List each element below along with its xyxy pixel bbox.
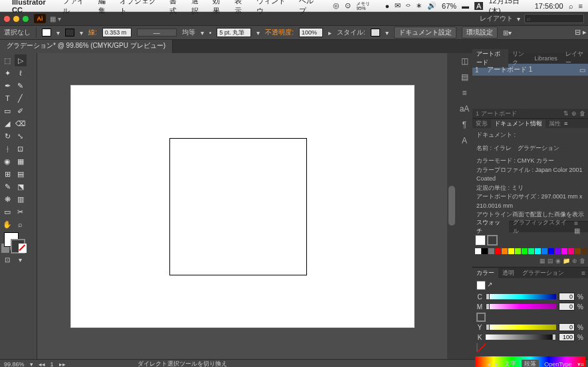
panel-icon[interactable]: ≡ bbox=[459, 88, 470, 98]
stroke-width-input[interactable] bbox=[102, 28, 132, 37]
stroke-profile[interactable]: — bbox=[137, 29, 177, 37]
screen-mode-row[interactable]: ⊡▾ bbox=[1, 256, 27, 265]
scale-tool[interactable]: ⤡ bbox=[15, 130, 27, 142]
menu-object[interactable]: オブジェクト bbox=[120, 0, 161, 16]
tab-color[interactable]: カラー bbox=[472, 268, 498, 278]
dropdown-icon[interactable]: ▸ bbox=[328, 29, 332, 37]
panel-menu-icon[interactable]: ≡ bbox=[581, 269, 585, 277]
pen-tool[interactable]: ✒ bbox=[1, 80, 14, 92]
dropdown-icon[interactable]: ▾ bbox=[56, 29, 60, 37]
stroke-label[interactable]: 線: bbox=[88, 28, 97, 37]
menu-file[interactable]: ファイル bbox=[62, 0, 90, 16]
swatch-chip[interactable] bbox=[522, 248, 528, 254]
artboard-nav[interactable]: 1 bbox=[50, 361, 54, 368]
delete-icon[interactable]: 🗑 bbox=[579, 110, 585, 117]
menu-edit[interactable]: 編集 bbox=[98, 0, 112, 16]
k-input[interactable] bbox=[559, 333, 575, 341]
c-slider[interactable] bbox=[486, 294, 556, 299]
swatch-chip[interactable] bbox=[561, 248, 567, 254]
battery-icon[interactable]: ▬ bbox=[462, 2, 469, 10]
brush-input[interactable] bbox=[217, 28, 251, 37]
swatch-delete-icon[interactable]: 🗑 bbox=[579, 257, 585, 264]
type-tool[interactable]: T bbox=[1, 92, 14, 104]
swatch-chip[interactable] bbox=[541, 248, 547, 254]
swatch-chip[interactable] bbox=[508, 248, 514, 254]
magic-wand-tool[interactable]: ✦ bbox=[1, 67, 14, 79]
tab-graphicstyles[interactable]: グラフィックスタイル bbox=[509, 218, 574, 236]
tab-docinfo[interactable]: ドキュメント情報 bbox=[491, 119, 545, 128]
zoom-dropdown-icon[interactable]: ▾ bbox=[30, 361, 33, 368]
swatch-new-group-icon[interactable]: 📁 bbox=[563, 257, 570, 264]
c-input[interactable] bbox=[559, 293, 575, 301]
document-tab[interactable]: グラデーション* @ 99.86% (CMYK/GPU プレビュー) bbox=[0, 40, 173, 53]
brush-tool[interactable]: ✐ bbox=[15, 105, 27, 117]
stroke-preview[interactable] bbox=[476, 313, 486, 322]
paragraph-panel-icon[interactable]: ¶ bbox=[459, 119, 470, 130]
panel-icon[interactable]: ▤ bbox=[459, 72, 470, 82]
none-swatch[interactable] bbox=[476, 343, 478, 352]
tab-gradient[interactable]: グラデーション bbox=[518, 268, 568, 278]
mail-icon[interactable]: ✉ bbox=[395, 1, 401, 10]
align-icon[interactable]: ⊞▾ bbox=[503, 29, 512, 37]
zoom-tool[interactable]: ⌕ bbox=[15, 218, 27, 230]
swatch-chip[interactable] bbox=[575, 248, 581, 254]
menu-select[interactable]: 選択 bbox=[191, 0, 205, 16]
nav-next-icon[interactable]: ▸▸ bbox=[59, 361, 66, 368]
width-tool[interactable]: ⟊ bbox=[1, 143, 14, 155]
swatch-new-icon[interactable]: ⊕ bbox=[572, 257, 577, 264]
free-transform-tool[interactable]: ⊡ bbox=[15, 143, 27, 155]
collapse-icon[interactable]: ⊟ ▸ bbox=[575, 28, 587, 37]
dropdown-icon[interactable]: ▾ bbox=[517, 15, 520, 23]
curvature-tool[interactable]: ✎ bbox=[15, 80, 27, 92]
symbol-tool[interactable]: ❋ bbox=[1, 193, 14, 205]
workspace-label[interactable]: レイアウト bbox=[480, 14, 513, 23]
doc-setup-button[interactable]: ドキュメント設定 bbox=[394, 27, 456, 38]
panel-icon[interactable]: ◫ bbox=[459, 56, 470, 66]
bluetooth-icon[interactable]: ∗ bbox=[416, 1, 422, 10]
window-controls[interactable] bbox=[4, 16, 29, 22]
eraser-tool[interactable]: ⌫ bbox=[15, 117, 27, 129]
hand-tool[interactable]: ✋ bbox=[1, 218, 14, 230]
tab-opentype[interactable]: OpenType bbox=[544, 361, 572, 368]
swatch-fill-preview[interactable] bbox=[475, 235, 486, 246]
tab-layers[interactable]: レイヤー bbox=[561, 49, 588, 68]
nav-icon[interactable]: ⇅ bbox=[563, 110, 569, 117]
dropdown-icon[interactable]: ▾ bbox=[256, 29, 260, 37]
app-name[interactable]: Illustrator CC bbox=[12, 0, 56, 14]
zoom-level[interactable]: 99.86% bbox=[4, 361, 25, 368]
style-swatch[interactable] bbox=[371, 29, 380, 37]
swatch-chip[interactable] bbox=[555, 248, 561, 254]
panel-menu-icon[interactable]: ▾≡ bbox=[577, 361, 584, 368]
y-input[interactable] bbox=[559, 323, 575, 331]
menu-view[interactable]: 表示 bbox=[235, 0, 248, 16]
selection-tool[interactable]: ⬚ bbox=[1, 54, 14, 66]
mesh-tool[interactable]: ⊞ bbox=[1, 168, 14, 180]
tab-transparency[interactable]: 透明 bbox=[498, 268, 518, 278]
tab-attributes[interactable]: 属性 bbox=[545, 119, 564, 128]
wifi-icon[interactable]: ⌔ bbox=[406, 2, 411, 10]
canvas-area[interactable] bbox=[28, 53, 456, 359]
search-input[interactable] bbox=[524, 14, 584, 23]
scroll-left-icon[interactable]: ◂ bbox=[487, 361, 490, 368]
view-icon[interactable]: ≡ ▦ bbox=[574, 220, 580, 234]
fill-swatch[interactable] bbox=[42, 29, 51, 37]
dropdown-icon[interactable]: ▾ bbox=[201, 29, 204, 37]
line-tool[interactable]: ╱ bbox=[15, 92, 27, 104]
swatch-chip[interactable] bbox=[515, 248, 521, 254]
time[interactable]: 17:56:00 bbox=[535, 2, 563, 10]
rectangle-object[interactable] bbox=[169, 138, 307, 275]
artboard[interactable] bbox=[71, 86, 414, 327]
blend-tool[interactable]: ⬔ bbox=[15, 181, 27, 192]
swatch-menu-icon[interactable]: ▤ bbox=[547, 257, 553, 264]
swatch-chip[interactable] bbox=[548, 248, 554, 254]
date[interactable]: 12月15日(木) bbox=[488, 0, 529, 16]
swatch-chip[interactable] bbox=[475, 248, 481, 254]
tab-paragraph[interactable]: 段落 bbox=[522, 360, 539, 367]
graph-tool[interactable]: ▥ bbox=[15, 193, 27, 205]
m-slider[interactable] bbox=[486, 304, 556, 309]
swatch-chip[interactable] bbox=[502, 248, 508, 254]
menu-effect[interactable]: 効果 bbox=[213, 0, 227, 16]
input-source[interactable]: A bbox=[474, 2, 483, 10]
panel-menu-icon[interactable]: ≡ bbox=[564, 120, 567, 127]
direct-selection-tool[interactable]: ▷ bbox=[15, 54, 27, 66]
